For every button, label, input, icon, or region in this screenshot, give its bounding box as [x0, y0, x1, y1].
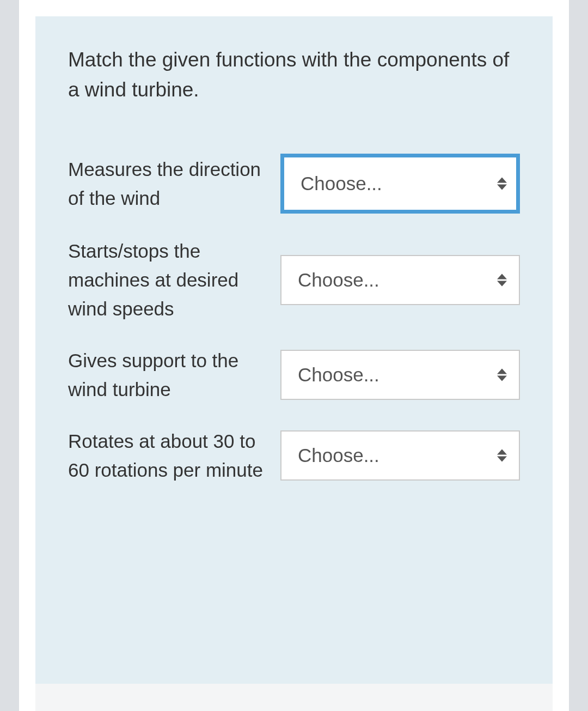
answer-select[interactable]: Choose...	[280, 154, 520, 214]
answer-select[interactable]: Choose...	[280, 350, 520, 400]
footer-bar	[35, 684, 553, 711]
match-item-label: Rotates at about 30 to 60 rotations per …	[68, 427, 264, 484]
match-item-label: Gives support to the wind turbine	[68, 346, 264, 404]
select-value: Choose...	[298, 269, 379, 291]
question-panel: Match the given functions with the compo…	[35, 16, 553, 684]
select-value: Choose...	[298, 364, 379, 386]
question-card: Match the given functions with the compo…	[19, 0, 569, 711]
select-value: Choose...	[301, 173, 382, 195]
match-row: Gives support to the wind turbine Choose…	[68, 346, 520, 404]
select-wrap: Choose...	[280, 430, 520, 481]
answer-select[interactable]: Choose...	[280, 255, 520, 305]
select-wrap: Choose...	[280, 154, 520, 214]
match-item-label: Starts/stops the machines at desired win…	[68, 236, 264, 323]
question-prompt: Match the given functions with the compo…	[68, 45, 520, 105]
select-wrap: Choose...	[280, 350, 520, 400]
match-row: Measures the direction of the wind Choos…	[68, 154, 520, 214]
match-item-label: Measures the direction of the wind	[68, 155, 264, 212]
select-wrap: Choose...	[280, 255, 520, 305]
match-row: Rotates at about 30 to 60 rotations per …	[68, 427, 520, 484]
answer-select[interactable]: Choose...	[280, 430, 520, 481]
match-row: Starts/stops the machines at desired win…	[68, 236, 520, 323]
select-value: Choose...	[298, 445, 379, 466]
